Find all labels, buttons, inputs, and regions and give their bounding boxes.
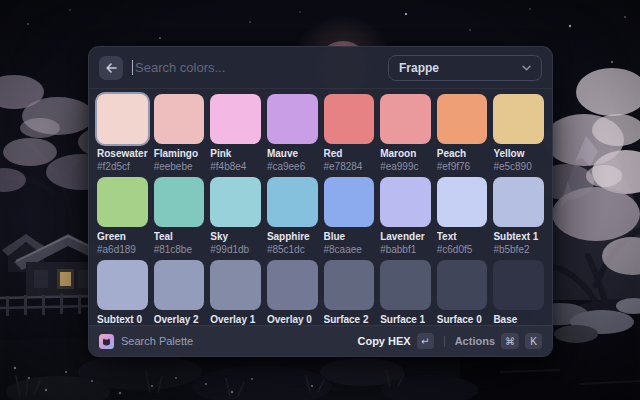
color-cell: Blue #8caaee <box>324 177 375 256</box>
color-cell: Rosewater #f2d5cf <box>97 94 148 173</box>
footer-actions: Copy HEX ↵ Actions ⌘ K <box>357 333 542 349</box>
color-name: Sapphire <box>267 231 318 243</box>
color-name: Peach <box>437 148 488 160</box>
color-swatch[interactable] <box>267 177 318 227</box>
color-cell: Yellow #e5c890 <box>493 94 544 173</box>
color-name: Yellow <box>493 148 544 160</box>
color-cell: Subtext 1 #b5bfe2 <box>493 177 544 256</box>
color-cell: Green #a6d189 <box>97 177 148 256</box>
color-cell: Teal #81c8be <box>154 177 205 256</box>
color-hex: #eebebe <box>154 161 205 173</box>
cmd-key-hint: ⌘ <box>501 333 519 349</box>
color-swatch[interactable] <box>437 260 488 310</box>
color-swatch[interactable] <box>154 94 205 144</box>
color-swatch[interactable] <box>267 94 318 144</box>
chevron-down-icon <box>522 65 531 71</box>
enter-key-hint: ↵ <box>417 333 434 349</box>
color-swatch[interactable] <box>493 94 544 144</box>
color-cell: Sapphire #85c1dc <box>267 177 318 256</box>
color-cell: Maroon #ea999c <box>380 94 431 173</box>
color-hex: #ea999c <box>380 161 431 173</box>
color-swatch[interactable] <box>210 260 261 310</box>
catppuccin-logo-icon <box>99 334 114 349</box>
footer-app-label: Search Palette <box>121 335 193 347</box>
window-footer: Search Palette Copy HEX ↵ Actions ⌘ K <box>89 325 552 356</box>
color-swatch[interactable] <box>324 94 375 144</box>
color-hex: #b5bfe2 <box>493 244 544 256</box>
color-hex: #99d1db <box>210 244 261 256</box>
color-cell: Mauve #ca9ee6 <box>267 94 318 173</box>
color-name: Sky <box>210 231 261 243</box>
color-name: Text <box>437 231 488 243</box>
color-hex: #ca9ee6 <box>267 161 318 173</box>
arrow-left-icon <box>106 63 117 73</box>
color-hex: #f4b8e4 <box>210 161 261 173</box>
color-name: Green <box>97 231 148 243</box>
color-name: Blue <box>324 231 375 243</box>
color-swatch[interactable] <box>97 260 148 310</box>
window-header: Frappe <box>89 47 552 89</box>
color-name: Flamingo <box>154 148 205 160</box>
color-swatch[interactable] <box>97 177 148 227</box>
color-name: Lavender <box>380 231 431 243</box>
color-name: Teal <box>154 231 205 243</box>
color-cell: Text #c6d0f5 <box>437 177 488 256</box>
k-key-hint: K <box>525 333 542 349</box>
color-swatch[interactable] <box>97 94 148 144</box>
color-hex: #e78284 <box>324 161 375 173</box>
color-hex: #a6d189 <box>97 244 148 256</box>
color-swatch[interactable] <box>210 94 261 144</box>
color-swatch[interactable] <box>380 177 431 227</box>
color-swatch[interactable] <box>437 177 488 227</box>
search-input[interactable] <box>135 60 379 75</box>
color-cell: Peach #ef9f76 <box>437 94 488 173</box>
color-name: Maroon <box>380 148 431 160</box>
color-hex: #85c1dc <box>267 244 318 256</box>
color-swatch[interactable] <box>380 260 431 310</box>
color-hex: #c6d0f5 <box>437 244 488 256</box>
color-hex: #f2d5cf <box>97 161 148 173</box>
color-name: Rosewater <box>97 148 148 160</box>
text-caret <box>132 60 133 75</box>
color-cell: Pink #f4b8e4 <box>210 94 261 173</box>
color-swatch[interactable] <box>380 94 431 144</box>
color-hex: #81c8be <box>154 244 205 256</box>
color-cell: Flamingo #eebebe <box>154 94 205 173</box>
color-cell: Red #e78284 <box>324 94 375 173</box>
color-name: Pink <box>210 148 261 160</box>
color-hex: #e5c890 <box>493 161 544 173</box>
color-swatch[interactable] <box>493 260 544 310</box>
color-swatch[interactable] <box>154 260 205 310</box>
flavor-dropdown-value: Frappe <box>399 61 439 75</box>
search-field-wrap <box>132 60 379 75</box>
color-swatch[interactable] <box>324 177 375 227</box>
color-hex: #ef9f76 <box>437 161 488 173</box>
actions-menu-action[interactable]: Actions <box>455 335 495 347</box>
color-swatch[interactable] <box>210 177 261 227</box>
color-cell: Sky #99d1db <box>210 177 261 256</box>
color-name: Subtext 1 <box>493 231 544 243</box>
color-name: Red <box>324 148 375 160</box>
color-swatch[interactable] <box>267 260 318 310</box>
footer-separator <box>444 336 445 347</box>
color-cell: Lavender #babbf1 <box>380 177 431 256</box>
color-swatch[interactable] <box>154 177 205 227</box>
color-grid: Rosewater #f2d5cf Flamingo #eebebe Pink … <box>89 89 552 339</box>
color-swatch[interactable] <box>493 177 544 227</box>
copy-hex-action[interactable]: Copy HEX <box>357 335 410 347</box>
color-swatch[interactable] <box>437 94 488 144</box>
flavor-dropdown[interactable]: Frappe <box>388 55 542 81</box>
color-name: Mauve <box>267 148 318 160</box>
color-palette-window: Frappe Rosewater #f2d5cf Flamingo #eebeb… <box>88 46 553 357</box>
back-button[interactable] <box>99 56 123 80</box>
color-hex: #8caaee <box>324 244 375 256</box>
color-hex: #babbf1 <box>380 244 431 256</box>
color-swatch[interactable] <box>324 260 375 310</box>
